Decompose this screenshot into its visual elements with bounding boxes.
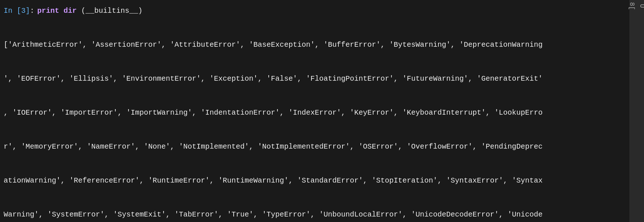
cell-output: ['ArithmeticError', 'AssertionError', 'A… [0,16,629,222]
cell-3: In [3]: print dir (__builtins__) ['Arith… [0,2,629,222]
prompt-number: 3 [21,7,26,15]
output-line-3: , 'IOError', 'ImportError', 'ImportWarni… [4,107,629,118]
output-line-5: ationWarning', 'ReferenceError', 'Runtim… [4,175,629,186]
prompt-in-label: In [4,7,17,15]
keyword-dir: dir [64,7,77,15]
keyword-print: print [37,7,59,15]
output-line-2: ', 'EOFError', 'Ellipsis', 'EnvironmentE… [4,73,629,84]
code-arg: (__builtins__) [81,7,142,15]
scrollbar-label: U8[ [626,2,644,10]
notebook-container: In [3]: print dir (__builtins__) ['Arith… [0,0,644,222]
code-content: print dir (__builtins__) [37,5,142,16]
output-line-4: r', 'MemoryError', 'NameError', 'None', … [4,141,629,152]
main-content: In [3]: print dir (__builtins__) ['Arith… [0,0,629,222]
cell-input: In [3]: print dir (__builtins__) [0,5,629,16]
output-line-1: ['ArithmeticError', 'AssertionError', 'A… [4,39,629,50]
prompt-close-bracket: ] [26,7,30,15]
output-line-6: Warning', 'SystemError', 'SystemExit', '… [4,209,629,220]
input-prompt: In [3]: [4,5,34,16]
scrollbar[interactable]: U8[ [629,0,644,222]
prompt-colon: : [30,7,34,15]
prompt-open-bracket: [ [17,7,21,15]
